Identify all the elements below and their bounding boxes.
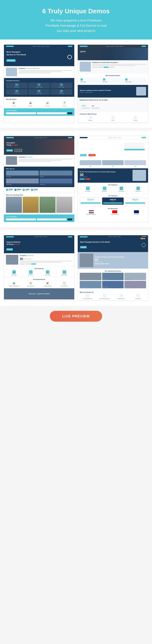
sn-icon-2: 👤	[14, 188, 17, 191]
demo2-wl-title: World's Leading Contract Logistics Provi…	[80, 90, 135, 91]
demo5-goods-text: Goods	[14, 244, 20, 245]
wc-label-3: Award Winning	[114, 298, 129, 299]
demo-card-2[interactable]: Quick Initiatives In Goods Move Anywhere…	[78, 44, 148, 123]
demo-card-6[interactable]: Best Transport Service In The World Get …	[78, 235, 148, 301]
demo2-initiatives-content: Initiatives In Goods Move Anywhere.	[80, 62, 146, 72]
dept-label-4: Custom Clearance	[56, 286, 72, 286]
demo1-hero: Best Transport Service In The World Get …	[4, 48, 74, 66]
demo3-truck-bg	[32, 139, 74, 154]
pricing-price-3: $99.00	[125, 198, 145, 201]
demo3-hero: InnovativeThing Provide Get Quote Learn …	[4, 139, 74, 154]
stat-label-2: Client Satisfaction	[92, 107, 100, 108]
demo4-pc-btn1	[80, 178, 85, 180]
demos-grid-3: Express DeliveryOf Every Goods Get Quote…	[0, 230, 152, 306]
demo2-nav-links	[106, 46, 123, 47]
demo3-company-overview: Company Overview	[4, 155, 74, 166]
demo4-pc-title: We Plan And Coordinate Road, Air And Sea…	[80, 171, 131, 172]
demo4-field-3	[124, 147, 144, 148]
brand-2	[98, 67, 103, 68]
demo3-cost-title: Cost Calculator	[6, 216, 72, 218]
demo4-pc-btn2	[86, 178, 90, 180]
service-item-5: Project Cargo	[28, 89, 50, 95]
demo3-team-title: Meet Our Amazing Team	[6, 194, 72, 196]
stat-item-2: 25% Client Satisfaction	[92, 103, 100, 108]
d5-feat-1: 🚢Sea Freight	[6, 270, 22, 276]
dept-icon-1: 🚢	[12, 281, 16, 285]
d3-t1	[18, 159, 72, 160]
ps-item-1: Land Freight	[80, 78, 102, 83]
demo3-overview-img	[6, 156, 17, 165]
demo4-form-row-1	[124, 143, 144, 144]
live-preview-button[interactable]: LIVE PREVIEW	[50, 311, 102, 322]
demo4-branches-title: Our Branches	[80, 208, 146, 209]
demo2-provide-solution: We Provide Solution Land Freight Air Fre…	[78, 73, 148, 85]
demo5-overview-title: Company Overview	[20, 255, 72, 256]
demo2-brand-logos	[92, 67, 146, 68]
demo5-hero: Express DeliveryOf Every Goods Get Quote	[4, 238, 74, 253]
demo1-company-overview: Company Company Overview	[4, 66, 74, 78]
wc-icon-1	[86, 294, 89, 298]
stat-num-2: 25%	[92, 105, 94, 107]
demo-card-5[interactable]: Express DeliveryOf Every Goods Get Quote…	[4, 235, 74, 301]
demo6-full-range: Providing Full Range Of Transportation W…	[78, 252, 148, 269]
demo5-nav-btn	[68, 236, 72, 238]
demo6-fr-title: Providing Full Range Of Transportation W…	[95, 256, 146, 258]
demo4-nav-btn	[142, 137, 146, 138]
demo-card-1[interactable]: Best Transport Service In The World Get …	[4, 44, 74, 123]
demo3-wwd-title: What We Do	[6, 168, 72, 170]
demo2-truck-bg	[109, 48, 148, 60]
pricing-btn-3	[125, 202, 145, 204]
demo6-fr-img	[80, 254, 93, 267]
demo5-dept-title: Our Departments	[6, 279, 72, 280]
dept-item-2: 🏗️ Heavy Equipment	[23, 281, 39, 286]
demo5-feat-title: Our Features	[6, 268, 72, 269]
demo3-provide-text: Provide	[12, 144, 18, 146]
demo3-calc-form	[6, 218, 72, 220]
as-label-4: Ocean Freight	[80, 286, 86, 288]
as-label-6: Buyer Freight	[125, 286, 131, 288]
demo1-nav-links	[32, 46, 49, 47]
sn-label-3: Awards	[26, 190, 29, 191]
demo6-circle-btn	[142, 243, 146, 247]
demo3-nav-btn	[68, 137, 72, 138]
demo4-nav-links	[108, 138, 121, 138]
team-photo-1	[6, 197, 22, 213]
wwd-item-1: Air Freight	[6, 170, 39, 178]
d5-t2	[20, 262, 62, 263]
wc-item-4: Expert Team	[130, 294, 146, 299]
demo6-as-title: Our Awesome Services	[80, 270, 146, 272]
demo4-nav	[78, 136, 148, 140]
demo2-mag-title: Magnificient Quality Gives You An Edge	[80, 99, 146, 101]
demo6-why-choose: Why You Choice Us 25+ Years Experience 5…	[78, 290, 148, 301]
as-label-5: Over Freight	[103, 286, 108, 288]
demo2-nav-btn	[142, 46, 146, 47]
sn-data-4: 1150Workers	[34, 188, 38, 191]
fr-item-3: Tracking	[124, 116, 146, 121]
service-item-3: Road Freight	[50, 83, 72, 88]
branch-name-gb: Great Britain	[134, 214, 139, 215]
as-label-3: Rolling Freight	[125, 278, 131, 280]
demo1-overview-text: Company Company Overview	[18, 68, 72, 76]
demo2-fr-items: Reliability Speed Tracking	[80, 116, 146, 121]
demo4-branch-items: America Los Angeles Canada Edmonton Grea…	[80, 210, 146, 215]
demo1-text-line-1	[18, 70, 72, 71]
ps-item-3: Ocean Freight	[124, 78, 146, 83]
demo-card-4[interactable]: We Provide One Stop Logistic & Warehousi…	[78, 136, 148, 222]
as-item-2: Rail Freight	[102, 273, 124, 280]
live-preview-section: LIVE PREVIEW	[0, 306, 152, 326]
dept-icon-4: 📋	[62, 281, 66, 285]
demo-card-3[interactable]: InnovativeThing Provide Get Quote Learn …	[4, 136, 74, 222]
demo5-stat-label: Years Experience	[24, 258, 32, 260]
wwd-item-2: Shipping	[40, 170, 72, 178]
demo3-what-we-do: What We Do Air Freight Shipping Rail Fre…	[4, 166, 74, 187]
demo4-os-content: We Provide One Stop Logistic & Warehousi…	[80, 142, 146, 156]
demo1-overview-img	[6, 68, 17, 76]
sn-data-3: 2390Awards	[26, 188, 29, 191]
demo1-logo	[6, 46, 14, 47]
brand-3	[104, 67, 108, 68]
demo3-team-photos	[6, 197, 72, 213]
as-label-2: Rail Freight	[103, 278, 108, 280]
demo2-logo	[80, 46, 88, 47]
feat-item-3: 🚛Land Freight	[113, 186, 129, 192]
d3-calc-btn	[67, 218, 72, 220]
